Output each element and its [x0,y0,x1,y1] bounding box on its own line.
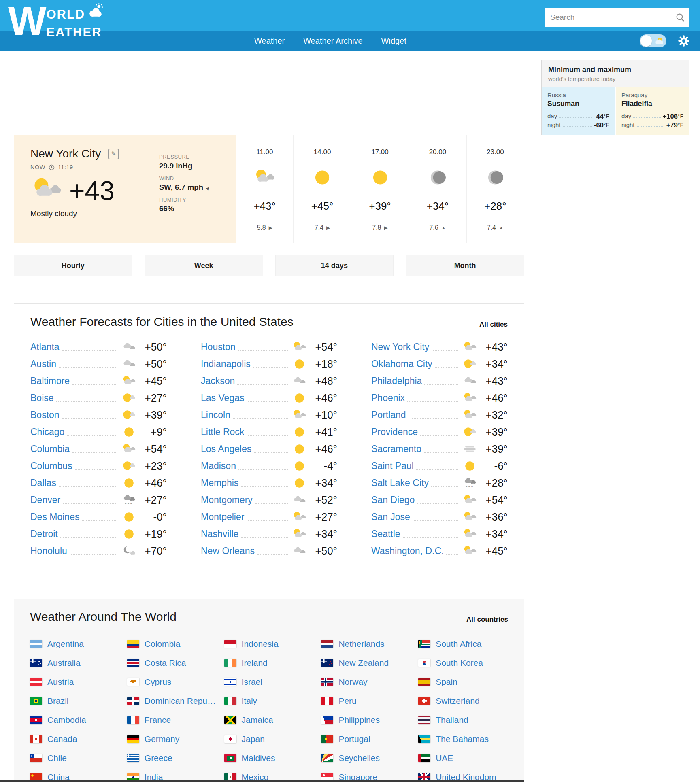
toggle-knob[interactable] [640,35,652,47]
tab-month[interactable]: Month [406,255,524,276]
night-label: night [621,121,635,130]
country-link-spain[interactable]: Spain [436,677,457,687]
city-link-atlanta[interactable]: Atlanta [30,342,60,353]
settings-gear-icon[interactable] [678,35,690,47]
unit-label: °F [604,121,609,130]
country-link-south-africa[interactable]: South Africa [436,639,481,649]
country-link-netherlands[interactable]: Netherlands [338,639,384,649]
country-link-italy[interactable]: Italy [242,696,257,706]
city-link-las-vegas[interactable]: Las Vegas [201,393,244,404]
city-link-columbus[interactable]: Columbus [30,461,72,472]
city-temp: +70° [137,545,167,557]
flag-greece-icon [127,754,139,762]
tab-14-days[interactable]: 14 days [275,255,394,276]
city-link-indianapolis[interactable]: Indianapolis [201,359,251,370]
city-link-jackson[interactable]: Jackson [201,376,235,387]
city-link-chicago[interactable]: Chicago [30,427,64,438]
country-link-thailand[interactable]: Thailand [436,715,468,725]
hot-city[interactable]: Filadelfia [621,100,683,108]
country-link-maldives[interactable]: Maldives [242,753,275,763]
search-input[interactable] [545,13,675,22]
city-link-houston[interactable]: Houston [201,342,236,353]
city-link-lincoln[interactable]: Lincoln [201,410,230,421]
country-row: New Zealand [321,653,411,672]
city-link-phoenix[interactable]: Phoenix [371,393,405,404]
city-link-new-york-city[interactable]: New York City [371,342,429,353]
city-link-seattle[interactable]: Seattle [371,529,400,540]
tab-week[interactable]: Week [145,255,263,276]
country-link-south-korea[interactable]: South Korea [436,658,483,668]
city-link-boise[interactable]: Boise [30,393,54,404]
country-link-new-zealand[interactable]: New Zealand [338,658,389,668]
country-link-france[interactable]: France [145,715,171,725]
country-link-brazil[interactable]: Brazil [47,696,69,706]
country-link-japan[interactable]: Japan [242,734,265,744]
country-link-costa-rica[interactable]: Costa Rica [145,658,186,668]
country-link-cyprus[interactable]: Cyprus [145,677,172,687]
cold-city[interactable]: Susuman [547,100,609,108]
city-link-sacramento[interactable]: Sacramento [371,444,421,455]
city-link-boston[interactable]: Boston [30,410,60,421]
city-link-salt-lake-city[interactable]: Salt Lake City [371,478,429,489]
country-link-jamaica[interactable]: Jamaica [242,715,273,725]
country-link-uae[interactable]: UAE [436,753,453,763]
all-countries-link[interactable]: All countries [466,616,508,624]
country-link-peru[interactable]: Peru [338,696,356,706]
city-temp: +19° [137,528,167,540]
country-row: Thailand [418,710,508,729]
search-icon[interactable] [675,12,685,23]
dotted-leader [241,537,288,538]
country-link-philippines[interactable]: Philippines [338,715,380,725]
city-link-san-diego[interactable]: San Diego [371,495,415,506]
country-link-dominican-repu[interactable]: Dominican Repu… [145,696,216,706]
country-link-indonesia[interactable]: Indonesia [242,639,279,649]
city-link-oklahoma-city[interactable]: Oklahoma City [371,359,432,370]
city-link-philadelphia[interactable]: Philadelphia [371,376,422,387]
country-link-greece[interactable]: Greece [145,753,172,763]
city-link-des-moines[interactable]: Des Moines [30,512,79,523]
city-link-denver[interactable]: Denver [30,495,60,506]
country-link-norway[interactable]: Norway [338,677,367,687]
city-link-madison[interactable]: Madison [201,461,236,472]
city-link-portland[interactable]: Portland [371,410,406,421]
country-link-switzerland[interactable]: Switzerland [436,696,480,706]
city-link-montpelier[interactable]: Montpelier [201,512,244,523]
city-link-washington-d-c[interactable]: Washington, D.C. [371,546,444,557]
city-link-baltimore[interactable]: Baltimore [30,376,70,387]
country-link-canada[interactable]: Canada [47,734,77,744]
city-link-austin[interactable]: Austin [30,359,56,370]
city-link-honolulu[interactable]: Honolulu [30,546,67,557]
city-link-dallas[interactable]: Dallas [30,478,56,489]
country-link-portugal[interactable]: Portugal [338,734,370,744]
city-link-memphis[interactable]: Memphis [201,478,238,489]
city-link-little-rock[interactable]: Little Rock [201,427,244,438]
country-link-cambodia[interactable]: Cambodia [47,715,86,725]
all-cities-link[interactable]: All cities [479,321,508,329]
city-link-nashville[interactable]: Nashville [201,529,238,540]
country-link-israel[interactable]: Israel [242,677,262,687]
city-link-detroit[interactable]: Detroit [30,529,58,540]
city-link-montgomery[interactable]: Montgomery [201,495,253,506]
edit-city-icon[interactable]: ✎ [108,149,119,159]
nav-item-widget[interactable]: Widget [381,36,406,46]
country-link-the-bahamas[interactable]: The Bahamas [436,734,489,744]
nav-item-weather-archive[interactable]: Weather Archive [303,36,362,46]
country-link-australia[interactable]: Australia [47,658,81,668]
country-link-seychelles[interactable]: Seychelles [338,753,380,763]
country-link-argentina[interactable]: Argentina [47,639,84,649]
theme-toggle[interactable] [640,34,666,47]
country-link-ireland[interactable]: Ireland [242,658,268,668]
site-logo[interactable]: W ORLD EATHER [8,2,104,40]
country-link-colombia[interactable]: Colombia [145,639,181,649]
country-link-austria[interactable]: Austria [47,677,74,687]
city-link-los-angeles[interactable]: Los Angeles [201,444,251,455]
country-link-chile[interactable]: Chile [47,753,67,763]
country-link-germany[interactable]: Germany [145,734,179,744]
nav-item-weather[interactable]: Weather [254,36,285,46]
city-link-new-orleans[interactable]: New Orleans [201,546,255,557]
city-link-providence[interactable]: Providence [371,427,418,438]
city-link-san-jose[interactable]: San Jose [371,512,410,523]
city-link-columbia[interactable]: Columbia [30,444,70,455]
city-link-saint-paul[interactable]: Saint Paul [371,461,414,472]
tab-hourly[interactable]: Hourly [14,255,132,276]
